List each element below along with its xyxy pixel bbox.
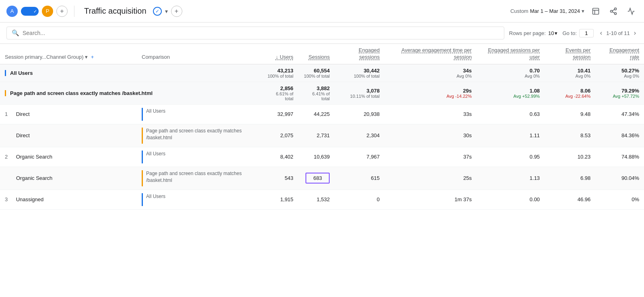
engaged-sessions-cell: 7,967 — [334, 147, 384, 167]
row-number: 3 — [5, 196, 14, 202]
sub-users-cell: 2,075 — [262, 124, 298, 147]
chart-icon[interactable] — [589, 5, 602, 18]
channel-cell: 1 Direct — [0, 104, 137, 124]
sub-channel-name[interactable]: Organic Search — [16, 175, 52, 181]
title-check: ✓ — [153, 7, 162, 16]
summary-row: Page path and screen class exactly match… — [0, 82, 644, 104]
avatar-p[interactable]: P — [42, 6, 53, 17]
eng-sessions-per-user-cell: 0.00 — [477, 190, 545, 209]
add-report-button[interactable]: + — [171, 6, 182, 17]
sub-comparison-label: Page path and screen class exactly match… — [146, 170, 258, 186]
engaged-sessions-cell: 20,938 — [334, 104, 384, 124]
sub-eng-rate-cell: 90.04% — [595, 167, 644, 190]
avatar-a[interactable]: A — [6, 6, 18, 17]
summary-sessions: 60,554 100% of total — [298, 64, 334, 82]
svg-point-4 — [611, 10, 613, 12]
topbar-divider — [74, 6, 74, 17]
prev-page-button[interactable]: ‹ — [599, 29, 604, 37]
sub-comparison-label: Page path and screen class exactly match… — [146, 128, 258, 144]
eng-sessions-per-user-cell: 0.63 — [477, 104, 545, 124]
search-input[interactable] — [23, 30, 499, 36]
channel-cell: 2 Organic Search — [0, 147, 137, 167]
summary-events-per-session: 8.06 Avg -22.64% — [545, 82, 595, 104]
search-icon: 🔍 — [12, 29, 19, 37]
summary-label-cell: Page path and screen class exactly match… — [0, 82, 262, 104]
sub-comparison-cell: Page path and screen class exactly match… — [137, 124, 262, 147]
rows-per-page-label: Rows per page: — [509, 30, 546, 36]
users-cell: 8,402 — [262, 147, 298, 167]
comparison-label: All Users — [146, 108, 165, 121]
sub-channel-name[interactable]: Direct — [16, 132, 30, 138]
avg-time-cell: 1m 37s — [384, 190, 477, 209]
goto-input[interactable] — [579, 29, 594, 37]
svg-line-6 — [612, 12, 615, 13]
row-number: 2 — [5, 154, 14, 160]
users-cell: 1,915 — [262, 190, 298, 209]
eng-sessions-per-user-cell: 0.95 — [477, 147, 545, 167]
col-header-engagement-rate[interactable]: Engagement rate — [595, 44, 644, 64]
summary-users: 2,856 6.61% of total — [262, 82, 298, 104]
goto-wrap: Go to: — [562, 29, 593, 37]
col-header-eng-sessions-per-user[interactable]: Engaged sessions per user — [477, 44, 545, 64]
events-per-session-cell: 46.96 — [545, 190, 595, 209]
col-header-dimension[interactable]: Session primary...Channel Group) ▾ + — [0, 44, 137, 64]
sub-table-row: Direct Page path and screen class exactl… — [0, 124, 644, 147]
add-account-button[interactable]: + — [56, 6, 68, 17]
date-range-selector[interactable]: Custom Mar 1 – Mar 31, 2024 ▾ — [510, 8, 584, 14]
sub-channel-cell: Organic Search — [0, 167, 137, 190]
comparison-cell: All Users — [137, 147, 262, 167]
share-icon[interactable] — [607, 5, 620, 18]
channel-name[interactable]: Unassigned — [16, 196, 44, 202]
trend-icon[interactable] — [625, 5, 638, 18]
sub-table-row: Organic Search Page path and screen clas… — [0, 167, 644, 190]
col-header-users[interactable]: ↓ Users — [262, 44, 298, 64]
svg-line-7 — [612, 9, 615, 10]
data-table: Session primary...Channel Group) ▾ + Com… — [0, 44, 644, 210]
sub-sessions-cell: 2,731 — [298, 124, 334, 147]
next-page-button[interactable]: › — [632, 29, 638, 37]
highlighted-cell: 683 — [305, 173, 330, 184]
sub-channel-cell: Direct — [0, 124, 137, 147]
col-header-events-per-session[interactable]: Events per session — [545, 44, 595, 64]
col-header-sessions[interactable]: Sessions — [298, 44, 334, 64]
title-chevron-button[interactable]: ▾ — [165, 8, 168, 14]
avg-time-cell: 37s — [384, 147, 477, 167]
toggle-switch[interactable]: ✓ — [21, 7, 39, 16]
add-dimension-icon[interactable]: + — [91, 54, 94, 60]
sub-events-per-session-cell: 6.98 — [545, 167, 595, 190]
comparison-cell: All Users — [137, 190, 262, 209]
summary-eng-sessions-per-user: 0.70 Avg 0% — [477, 64, 545, 82]
sessions-cell: 10,639 — [298, 147, 334, 167]
users-cell: 32,997 — [262, 104, 298, 124]
avg-time-cell: 33s — [384, 104, 477, 124]
sub-events-per-session-cell: 8.53 — [545, 124, 595, 147]
rows-select[interactable]: 10 ▾ — [548, 30, 557, 36]
col-header-engaged-sessions[interactable]: Engaged sessions — [334, 44, 384, 64]
sub-eng-sessions-per-user-cell: 1.13 — [477, 167, 545, 190]
summary-events-per-session: 10.41 Avg 0% — [545, 64, 595, 82]
summary-eng-rate: 79.29% Avg +57.72% — [595, 82, 644, 104]
summary-sessions: 3,882 6.41% of total — [298, 82, 334, 104]
date-label: Custom — [510, 8, 528, 14]
date-chevron-icon: ▾ — [582, 8, 584, 14]
table-wrap: Session primary...Channel Group) ▾ + Com… — [0, 44, 644, 210]
eng-rate-cell: 47.34% — [595, 104, 644, 124]
pagination: ‹ 1-10 of 11 › — [599, 29, 638, 37]
search-wrap[interactable]: 🔍 — [6, 27, 504, 39]
summary-label-cell: All Users — [0, 64, 262, 82]
sub-comparison-cell: Page path and screen class exactly match… — [137, 167, 262, 190]
col-header-avg-engagement[interactable]: Average engagement time per session — [384, 44, 477, 64]
svg-point-5 — [615, 12, 617, 14]
channel-name[interactable]: Organic Search — [16, 154, 52, 160]
channel-name[interactable]: Direct — [16, 111, 30, 117]
sub-engaged-sessions-cell: 615 — [334, 167, 384, 190]
summary-avg-time: 29s Avg -14.22% — [384, 82, 477, 104]
summary-label: Page path and screen class exactly match… — [10, 90, 153, 96]
sub-engaged-sessions-cell: 2,304 — [334, 124, 384, 147]
engaged-sessions-cell: 0 — [334, 190, 384, 209]
summary-label: All Users — [10, 70, 33, 76]
summary-engaged-sessions: 3,078 10.11% of total — [334, 82, 384, 104]
col-header-comparison: Comparison — [137, 44, 262, 64]
sessions-cell: 44,225 — [298, 104, 334, 124]
rows-chevron-icon: ▾ — [555, 30, 557, 36]
